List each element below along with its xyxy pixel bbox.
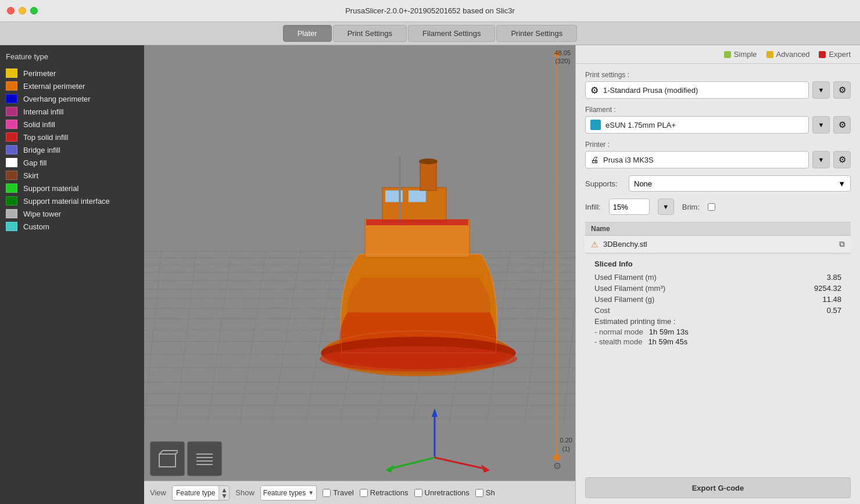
mode-simple-label: Simple <box>734 50 757 59</box>
filament-select[interactable]: eSUN 1.75mm PLA+ <box>585 116 809 134</box>
filament-mm3-value: 9254.32 <box>814 284 841 293</box>
legend-item: Custom <box>6 220 138 233</box>
legend-item-label: Gap fill <box>23 159 46 167</box>
infill-label: Infill: <box>585 203 601 211</box>
settings-content: Print settings : ⚙ 1-Standard Prusa (mod… <box>576 64 860 471</box>
filament-m-row: Used Filament (m) 3.85 <box>594 273 841 282</box>
legend-panel: Feature type PerimeterExternal perimeter… <box>0 45 144 504</box>
brim-label: Brim: <box>682 203 700 211</box>
legend-color-swatch <box>6 69 17 78</box>
layers-view-button[interactable] <box>187 441 222 476</box>
printer-dropdown[interactable]: ▼ <box>812 151 830 168</box>
mode-expert[interactable]: Expert <box>819 50 851 59</box>
printer-select[interactable]: 🖨 Prusa i3 MK3S <box>585 151 809 168</box>
mode-bar: Simple Advanced Expert <box>576 45 860 64</box>
retractions-checkbox-item: Retractions <box>360 488 408 497</box>
legend-color-swatch <box>6 222 17 231</box>
name-table-header: Name <box>585 222 851 236</box>
expert-dot <box>819 51 826 58</box>
legend-item-label: Internal infill <box>23 107 63 116</box>
legend-color-swatch <box>6 158 17 167</box>
3d-view-button[interactable] <box>150 441 185 476</box>
legend-item: Perimeter <box>6 67 138 80</box>
sh-checkbox[interactable] <box>475 489 483 497</box>
filament-mm3-row: Used Filament (mm³) 9254.32 <box>594 284 841 293</box>
legend-item: Gap fill <box>6 156 138 169</box>
legend-item-label: Support material interface <box>23 197 110 206</box>
cost-label: Cost <box>594 306 610 315</box>
close-button[interactable] <box>7 7 15 15</box>
show-select[interactable]: Feature types ▼ <box>260 485 317 501</box>
filament-m-label: Used Filament (m) <box>594 273 657 282</box>
export-gcode-button[interactable]: Export G-code <box>585 477 851 498</box>
stealth-mode-value: 1h 59m 45s <box>648 337 687 346</box>
main-area: Feature type PerimeterExternal perimeter… <box>0 45 860 504</box>
stealth-mode-row: - stealth mode 1h 59m 45s <box>594 337 841 346</box>
mode-advanced[interactable]: Advanced <box>766 50 810 59</box>
printer-label: Printer : <box>585 141 851 149</box>
printer-value: Prusa i3 MK3S <box>603 156 804 164</box>
svg-point-41 <box>419 159 438 164</box>
supports-value: None <box>634 179 652 188</box>
legend-item: Support material <box>6 182 138 195</box>
infill-brim-row: Infill: 15% ▼ Brim: <box>585 199 851 215</box>
tab-filament-settings[interactable]: Filament Settings <box>408 25 495 42</box>
sh-checkbox-item: Sh <box>475 488 495 497</box>
legend-item: Skirt <box>6 169 138 182</box>
supports-arrow: ▼ <box>838 179 845 188</box>
legend-color-swatch <box>6 120 17 129</box>
filament-dropdown[interactable]: ▼ <box>812 116 830 134</box>
view-icons-container <box>150 441 222 476</box>
legend-item-label: Overhang perimeter <box>23 95 91 103</box>
print-settings-select[interactable]: ⚙ 1-Standard Prusa (modified) <box>585 81 809 99</box>
scale-settings-icon[interactable]: ⚙ <box>553 460 561 471</box>
legend-color-swatch <box>6 209 17 218</box>
file-action-icon[interactable]: ⧉ <box>839 239 845 249</box>
brim-checkbox[interactable] <box>708 203 715 211</box>
legend-item: Wipe tower <box>6 207 138 220</box>
filament-gear[interactable]: ⚙ <box>833 116 851 134</box>
infill-select[interactable]: 15% <box>609 199 650 215</box>
travel-checkbox[interactable] <box>322 489 331 497</box>
view-select-stepper[interactable]: ▲ ▼ <box>218 486 229 500</box>
print-settings-dropdown[interactable]: ▼ <box>812 81 830 99</box>
viewport-3d[interactable]: 48.05 (320) 0.20 (1) ⚙ <box>144 45 575 504</box>
legend-color-swatch <box>6 145 17 154</box>
minimize-button[interactable] <box>19 7 26 15</box>
retractions-checkbox[interactable] <box>360 489 368 497</box>
sliced-info: Sliced Info Used Filament (m) 3.85 Used … <box>585 253 851 352</box>
mode-simple[interactable]: Simple <box>724 50 757 59</box>
print-settings-label: Print settings : <box>585 71 851 79</box>
printer-gear[interactable]: ⚙ <box>833 151 851 168</box>
normal-mode-label: - normal mode <box>594 327 643 336</box>
filament-g-row: Used Filament (g) 11.48 <box>594 295 841 304</box>
maximize-button[interactable] <box>30 7 38 15</box>
legend-item-label: Skirt <box>23 171 38 180</box>
printer-icon: 🖨 <box>590 155 599 164</box>
filament-color-swatch <box>590 120 601 130</box>
print-settings-gear[interactable]: ⚙ <box>833 81 851 99</box>
infill-dropdown[interactable]: ▼ <box>658 199 674 215</box>
print-settings-row: Print settings : ⚙ 1-Standard Prusa (mod… <box>585 71 851 99</box>
view-select[interactable]: Feature type ▲ ▼ <box>172 485 230 501</box>
supports-select[interactable]: None ▼ <box>629 175 851 192</box>
traffic-lights <box>7 7 38 15</box>
sh-label: Sh <box>486 488 495 497</box>
stealth-mode-label: - stealth mode <box>594 337 642 346</box>
legend-title: Feature type <box>6 52 138 61</box>
cost-row: Cost 0.57 <box>594 306 841 315</box>
print-settings-wrapper: ⚙ 1-Standard Prusa (modified) ▼ ⚙ <box>585 81 851 99</box>
unretractions-checkbox[interactable] <box>414 489 422 497</box>
scale-line <box>556 55 558 458</box>
filament-g-value: 11.48 <box>822 295 841 304</box>
sliced-info-title: Sliced Info <box>594 260 841 268</box>
tab-plater[interactable]: Plater <box>283 25 332 42</box>
tab-printer-settings[interactable]: Printer Settings <box>496 25 577 42</box>
scale-top-label: 48.05 (320) <box>554 49 571 66</box>
table-row[interactable]: ⚠ 3DBenchy.stl ⧉ <box>585 236 851 253</box>
tab-print-settings[interactable]: Print Settings <box>333 25 407 42</box>
legend-item: External perimeter <box>6 80 138 92</box>
titlebar: PrusaSlicer-2.0.0+-201905201652 based on… <box>0 0 860 22</box>
legend-item-label: Top solid infill <box>23 133 68 142</box>
printer-row: Printer : 🖨 Prusa i3 MK3S ▼ ⚙ <box>585 141 851 168</box>
